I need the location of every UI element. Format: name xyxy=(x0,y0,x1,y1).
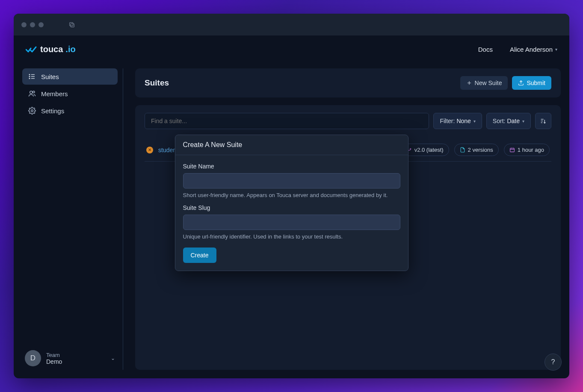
logo-checks-icon xyxy=(26,46,37,53)
help-button[interactable]: ? xyxy=(545,354,562,371)
logo-word2: .io xyxy=(65,44,75,54)
sidebar-item-members[interactable]: Members xyxy=(22,85,118,102)
button-label: Create xyxy=(191,252,209,259)
users-icon xyxy=(28,90,36,97)
user-menu[interactable]: Alice Anderson ▾ xyxy=(510,46,557,53)
new-suite-button[interactable]: New Suite xyxy=(460,76,508,90)
svg-rect-20 xyxy=(510,148,514,152)
chevron-down-icon: ▾ xyxy=(522,119,524,124)
duplicate-window-icon[interactable] xyxy=(68,21,75,28)
suite-name-label: Suite Name xyxy=(183,163,400,170)
svg-point-8 xyxy=(30,91,33,94)
pill-label: 1 hour ago xyxy=(518,147,544,153)
window-maximize-dot[interactable] xyxy=(38,22,44,27)
logo-word1: touca xyxy=(40,44,63,54)
svg-point-6 xyxy=(29,76,30,77)
file-icon xyxy=(460,147,465,153)
create-suite-modal: Create A New Suite Suite Name Short user… xyxy=(175,135,408,271)
suite-slug-input[interactable] xyxy=(183,215,400,230)
plus-icon xyxy=(466,80,472,86)
create-button[interactable]: Create xyxy=(183,248,216,263)
svg-rect-1 xyxy=(70,22,73,26)
button-label: Submit xyxy=(527,80,545,86)
svg-point-5 xyxy=(29,74,30,75)
sidebar: Suites Members Settings D Team Demo xyxy=(22,68,123,370)
chevron-down-icon: ▾ xyxy=(474,119,476,124)
calendar-icon xyxy=(509,147,515,153)
team-avatar: D xyxy=(25,350,41,366)
sort-desc-icon xyxy=(540,118,547,124)
suite-name-hint: Short user-friendly name. Appears on Tou… xyxy=(183,192,400,198)
upload-icon xyxy=(518,80,524,86)
team-value: Demo xyxy=(46,358,62,365)
sort-value: Date xyxy=(507,118,520,124)
app-header: touca.io Docs Alice Anderson ▾ xyxy=(14,35,569,63)
svg-point-10 xyxy=(31,110,33,112)
chevron-down-icon: ▾ xyxy=(555,47,557,52)
window-close-dot[interactable] xyxy=(21,22,27,27)
sidebar-item-suites[interactable]: Suites xyxy=(22,68,118,85)
svg-point-19 xyxy=(410,148,411,149)
team-text: Team Demo xyxy=(46,352,62,365)
suite-slug-hint: Unique url-friendly identifier. Used in … xyxy=(183,233,400,240)
pill-label: v2.0 (latest) xyxy=(414,147,444,153)
suite-slug-label: Suite Slug xyxy=(183,204,400,211)
button-label: New Suite xyxy=(475,80,502,86)
svg-rect-0 xyxy=(71,24,74,27)
search-input[interactable] xyxy=(145,113,429,129)
versions-count-pill: 2 versions xyxy=(454,144,499,156)
help-icon: ? xyxy=(551,358,555,366)
page-header-panel: Suites New Suite Submit xyxy=(135,68,561,97)
toolbar: Filter: None ▾ Sort: Date ▾ xyxy=(145,113,551,129)
submit-button[interactable]: Submit xyxy=(512,76,551,90)
sidebar-item-settings[interactable]: Settings xyxy=(22,103,118,119)
titlebar xyxy=(14,14,569,35)
status-warning-icon: ✕ xyxy=(146,147,153,153)
user-name: Alice Anderson xyxy=(510,46,553,53)
chevron-down-icon: ⌄ xyxy=(111,355,115,361)
filter-value: None xyxy=(456,118,471,124)
filter-button[interactable]: Filter: None ▾ xyxy=(433,113,482,129)
page-title: Suites xyxy=(145,78,169,88)
nav-docs-link[interactable]: Docs xyxy=(478,46,493,53)
sort-direction-button[interactable] xyxy=(535,113,551,129)
modal-title: Create A New Suite xyxy=(175,135,408,155)
logo[interactable]: touca.io xyxy=(26,44,76,54)
sidebar-item-label: Settings xyxy=(41,107,64,115)
gear-icon xyxy=(28,107,36,115)
list-icon xyxy=(28,73,36,80)
pill-label: 2 versions xyxy=(468,147,493,153)
window-minimize-dot[interactable] xyxy=(30,22,35,27)
time-ago-pill: 1 hour ago xyxy=(504,144,550,156)
team-selector[interactable]: D Team Demo ⌄ xyxy=(22,347,118,370)
sidebar-item-label: Suites xyxy=(41,73,59,80)
filter-label: Filter: xyxy=(440,118,455,124)
sort-button[interactable]: Sort: Date ▾ xyxy=(486,113,531,129)
sidebar-item-label: Members xyxy=(41,90,68,97)
svg-point-9 xyxy=(33,91,35,93)
svg-point-7 xyxy=(29,78,30,79)
team-label: Team xyxy=(46,352,62,358)
suite-name-input[interactable] xyxy=(183,173,400,189)
sort-label: Sort: xyxy=(493,118,506,124)
nav-right: Docs Alice Anderson ▾ xyxy=(478,46,557,53)
